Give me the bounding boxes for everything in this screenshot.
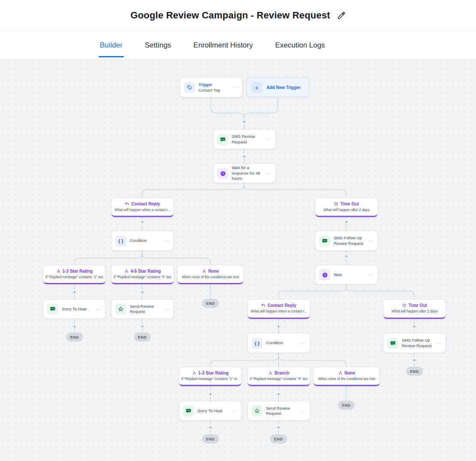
node-menu-button[interactable]: ⋯ — [437, 340, 442, 346]
insert-step-button[interactable]: + — [72, 289, 77, 295]
branch-icon — [56, 269, 61, 274]
insert-step-button[interactable]: + — [242, 119, 246, 125]
node-wait-response[interactable]: Wait for a response for 48 hours ⋯ — [213, 164, 275, 183]
node-title: Send Review Request — [266, 406, 297, 416]
tab-enrollment-history-label: Enrollment History — [193, 41, 253, 50]
insert-step-button[interactable]: + — [412, 324, 416, 329]
node-sorry-to-hear-1[interactable]: Sorry To Hear ⋯ — [43, 300, 105, 318]
node-subtitle: What will happen when a contact r... — [250, 309, 308, 313]
node-none-2[interactable]: None When none of the conditions are met — [314, 367, 380, 386]
end-badge: END — [338, 401, 355, 410]
node-title: Contact Reply — [267, 303, 296, 308]
insert-step-button[interactable]: + — [412, 357, 416, 363]
node-wait-2[interactable]: Wait ⋯ — [315, 265, 377, 284]
node-branch[interactable]: Branch If "Replied message" contains "4"… — [248, 367, 310, 386]
page-title: Google Review Campaign - Review Request — [130, 10, 330, 21]
tag-icon — [184, 82, 195, 93]
alarm-icon — [334, 202, 338, 206]
node-time-out-1[interactable]: Time Out What will happen after 2 days — [315, 198, 377, 217]
node-title: Wait — [334, 272, 365, 277]
end-badge: END — [202, 434, 219, 443]
add-new-trigger-button[interactable]: + Add New Trigger — [246, 77, 309, 97]
node-title: Trigger — [198, 82, 230, 87]
tab-builder[interactable]: Builder — [100, 31, 123, 59]
reply-icon — [125, 202, 129, 206]
node-sms-follow-up-2[interactable]: SMS Follow Up Review Request ⋯ — [383, 333, 446, 353]
tab-enrollment-history[interactable]: Enrollment History — [193, 31, 253, 59]
node-contact-reply-2[interactable]: Contact Reply What will happen when a co… — [248, 300, 310, 319]
node-subtitle: If "Replied message" contains "1" or ... — [181, 377, 239, 381]
tab-bar: Builder Settings Enrollment History Exec… — [0, 31, 476, 60]
tab-execution-logs-label: Execution Logs — [275, 41, 325, 50]
node-menu-button[interactable]: ⋯ — [301, 340, 306, 346]
node-rating-1-3-a[interactable]: 1-3 Star Rating If "Replied message" con… — [43, 265, 105, 284]
active-tab-underline — [99, 56, 124, 57]
node-title: None — [344, 371, 355, 375]
insert-step-button[interactable]: + — [344, 253, 348, 259]
sms-icon — [319, 235, 330, 247]
node-condition-2[interactable]: { } Condition ⋯ — [248, 333, 310, 353]
insert-step-button[interactable]: + — [140, 219, 144, 225]
node-menu-button[interactable]: ⋯ — [232, 408, 238, 414]
node-title: Sorry To Hear — [198, 408, 229, 413]
insert-step-button[interactable]: + — [140, 324, 144, 329]
node-rating-1-3-b[interactable]: 1-3 Star Rating If "Replied message" con… — [179, 367, 241, 386]
node-title: 1-3 Star Rating — [198, 371, 229, 375]
node-rating-4-5[interactable]: 4-5 Star Rating If "Replied message" con… — [111, 265, 174, 284]
node-menu-button[interactable]: ⋯ — [266, 171, 272, 176]
braces-icon: { } — [251, 338, 263, 349]
node-title: Time Out — [408, 303, 427, 308]
tab-execution-logs[interactable]: Execution Logs — [275, 31, 325, 59]
insert-step-button[interactable]: + — [208, 425, 213, 430]
insert-step-button[interactable]: + — [344, 219, 348, 225]
node-contact-reply-1[interactable]: Contact Reply What will happen when a co… — [111, 198, 174, 217]
node-subtitle: Contact Tag — [198, 88, 230, 92]
node-send-review-request-1[interactable]: Send Review Request ⋯ — [111, 300, 174, 318]
node-menu-button[interactable]: ⋯ — [165, 306, 170, 312]
node-subtitle: When none of the conditions are met — [316, 377, 377, 381]
insert-step-button[interactable]: + — [276, 391, 281, 397]
branch-icon — [192, 371, 197, 375]
node-sms-follow-up-1[interactable]: SMS Follow Up Review Request ⋯ — [315, 231, 377, 250]
plus-icon: + — [251, 82, 262, 93]
node-subtitle: What will happen after 2 days — [317, 208, 375, 212]
connector-wires — [0, 60, 476, 461]
node-time-out-2[interactable]: Time Out What will happen after 2 days — [383, 300, 446, 319]
node-title: Condition — [130, 238, 161, 243]
node-menu-button[interactable]: ⋯ — [233, 85, 239, 90]
node-menu-button[interactable]: ⋯ — [368, 238, 374, 244]
node-menu-button[interactable]: ⋯ — [96, 306, 102, 312]
edit-title-button[interactable] — [337, 11, 346, 20]
workflow-canvas[interactable]: Trigger Contact Tag ⋯ + Add New Trigger … — [0, 60, 476, 461]
workflow-builder-page: Google Review Campaign - Review Request … — [0, 0, 476, 461]
node-subtitle: If "Replied message" contains "1" and... — [45, 275, 103, 279]
node-sorry-to-hear-2[interactable]: Sorry To Hear ⋯ — [179, 402, 241, 420]
node-menu-button[interactable]: ⋯ — [266, 137, 272, 142]
node-send-review-request-2[interactable]: Send Review Request ⋯ — [248, 402, 310, 420]
insert-step-button[interactable]: + — [242, 154, 246, 159]
branch-icon — [338, 371, 343, 375]
insert-step-button[interactable]: + — [72, 324, 77, 329]
node-sms-review-request[interactable]: SMS Review Request ⋯ — [213, 130, 275, 149]
tab-settings[interactable]: Settings — [145, 31, 171, 59]
reply-icon — [261, 303, 266, 308]
node-subtitle: If "Replied message" contains "4" and... — [250, 377, 308, 381]
clock-icon — [217, 168, 228, 179]
insert-step-button[interactable]: + — [140, 289, 144, 295]
insert-step-button[interactable]: + — [276, 425, 281, 430]
node-subtitle: What will happen after 2 days — [386, 309, 443, 313]
sms-icon — [387, 338, 398, 349]
node-title: 4-5 Star Rating — [131, 269, 161, 274]
insert-step-button[interactable]: + — [208, 391, 213, 397]
node-menu-button[interactable]: ⋯ — [165, 238, 170, 244]
node-condition-1[interactable]: { } Condition ⋯ — [111, 231, 174, 250]
end-badge: END — [66, 333, 83, 342]
node-menu-button[interactable]: ⋯ — [301, 408, 306, 414]
node-trigger[interactable]: Trigger Contact Tag ⋯ — [180, 77, 242, 97]
end-badge: END — [134, 333, 151, 342]
insert-step-button[interactable]: + — [276, 324, 281, 329]
node-none-1[interactable]: None When none of the conditions are met — [177, 265, 243, 284]
braces-icon: { } — [115, 235, 126, 247]
node-menu-button[interactable]: ⋯ — [368, 272, 374, 278]
tab-settings-label: Settings — [145, 41, 171, 50]
